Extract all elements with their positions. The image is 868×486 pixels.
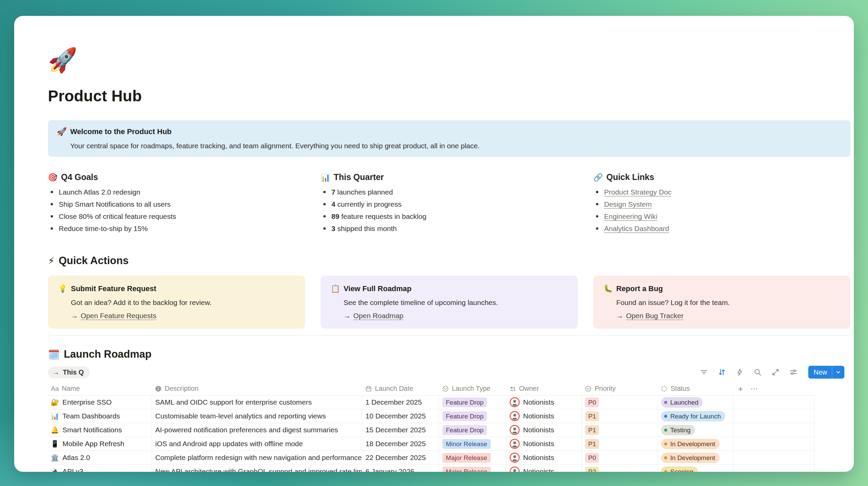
view-settings-icon[interactable] bbox=[789, 368, 798, 377]
row-description-cell[interactable]: SAML and OIDC support for enterprise cus… bbox=[152, 395, 362, 409]
page-icon[interactable]: 🚀 bbox=[48, 47, 850, 73]
row-priority-cell[interactable]: P1 bbox=[582, 423, 658, 437]
row-launch-type-cell[interactable]: Major Release bbox=[439, 451, 506, 464]
search-icon[interactable] bbox=[753, 368, 762, 377]
column-q4-goals: 🎯Q4 Goals Launch Atlas 2.0 redesign Ship… bbox=[48, 172, 305, 237]
row-owner-cell[interactable]: Notionists bbox=[506, 451, 582, 464]
column-header-launch-type[interactable]: Launch Type bbox=[439, 385, 506, 392]
priority-tag: P2 bbox=[585, 467, 599, 472]
row-launch-type-cell[interactable]: Feature Drop bbox=[439, 423, 506, 437]
launch-type-tag: Feature Drop bbox=[442, 398, 487, 407]
row-status-cell[interactable]: Launched bbox=[658, 395, 733, 409]
status-badge: In Development bbox=[661, 453, 720, 463]
table-row[interactable]: 🔔Smart Notifications AI-powered notifica… bbox=[48, 423, 815, 437]
row-description-cell[interactable]: New API architecture with GraphQL suppor… bbox=[152, 465, 362, 472]
status-badge: Ready for Launch bbox=[661, 411, 725, 421]
row-launch-type-cell[interactable]: Major Release bbox=[439, 465, 506, 472]
row-owner-cell[interactable]: Notionists bbox=[506, 465, 582, 472]
lightning-icon: ⚡ bbox=[48, 256, 55, 266]
row-owner-cell[interactable]: Notionists bbox=[506, 395, 582, 409]
row-owner-cell[interactable]: Notionists bbox=[506, 409, 582, 423]
row-name-cell[interactable]: 🔐Enterprise SSO bbox=[48, 395, 152, 409]
column-header-priority[interactable]: Priority bbox=[582, 385, 658, 392]
open-feature-requests-link[interactable]: Open Feature Requests bbox=[81, 312, 156, 319]
row-name-cell[interactable]: 🏛️Atlas 2.0 bbox=[48, 451, 152, 464]
status-badge: Scoping bbox=[661, 466, 698, 472]
link-design-system[interactable]: Design System bbox=[604, 200, 652, 208]
add-property-button[interactable]: + bbox=[738, 385, 743, 392]
card-title: View Full Roadmap bbox=[344, 284, 568, 293]
row-status-cell[interactable]: Ready for Launch bbox=[658, 409, 733, 423]
status-dot-icon bbox=[664, 415, 667, 418]
more-options-button[interactable]: ⋯ bbox=[751, 384, 758, 393]
row-launch-date-cell[interactable]: 15 December 2025 bbox=[362, 423, 439, 437]
row-description-cell[interactable]: AI-powered notification preferences and … bbox=[152, 423, 362, 437]
list-item: Launch Atlas 2.0 redesign bbox=[48, 188, 305, 196]
row-launch-type-cell[interactable]: Minor Release bbox=[439, 437, 506, 451]
row-priority-cell[interactable]: P1 bbox=[582, 409, 658, 423]
chevron-down-icon[interactable] bbox=[832, 366, 844, 379]
row-priority-cell[interactable]: P1 bbox=[582, 437, 658, 451]
row-name: Smart Notifications bbox=[62, 426, 122, 434]
column-header-status[interactable]: Status bbox=[658, 385, 733, 392]
row-priority-cell[interactable]: P0 bbox=[582, 451, 658, 464]
new-button[interactable]: New bbox=[808, 366, 844, 379]
table-row[interactable]: 🔐Enterprise SSO SAML and OIDC support fo… bbox=[48, 395, 815, 409]
expand-icon[interactable] bbox=[771, 368, 780, 377]
owner-avatar bbox=[510, 453, 520, 463]
row-name-cell[interactable]: 📊Team Dashboards bbox=[48, 409, 152, 423]
row-owner-cell[interactable]: Notionists bbox=[506, 437, 582, 451]
open-bug-tracker-link[interactable]: Open Bug Tracker bbox=[626, 312, 683, 319]
row-description-cell[interactable]: Complete platform redesign with new navi… bbox=[152, 451, 362, 464]
open-roadmap-link[interactable]: Open Roadmap bbox=[353, 312, 403, 319]
launch-type-tag: Major Release bbox=[442, 467, 491, 472]
link-product-strategy-doc[interactable]: Product Strategy Doc bbox=[604, 188, 672, 196]
card-body: Found an issue? Log it for the team. bbox=[616, 298, 840, 307]
row-status-cell[interactable]: In Development bbox=[658, 451, 733, 464]
row-priority-cell[interactable]: P0 bbox=[582, 395, 658, 409]
automation-icon[interactable] bbox=[735, 368, 744, 377]
view-tab-this-q[interactable]: → This Q bbox=[48, 366, 90, 378]
row-launch-date-cell[interactable]: 22 December 2025 bbox=[362, 451, 439, 464]
row-launch-type-cell[interactable]: Feature Drop bbox=[439, 395, 506, 409]
column-quick-links: 🔗Quick Links Product Strategy Doc Design… bbox=[593, 172, 850, 237]
people-icon bbox=[509, 385, 516, 392]
row-description-cell[interactable]: iOS and Android app updates with offline… bbox=[152, 437, 362, 451]
row-status-cell[interactable]: Testing bbox=[658, 423, 733, 437]
row-launch-date-cell[interactable]: 10 December 2025 bbox=[362, 409, 439, 423]
row-owner-cell[interactable]: Notionists bbox=[506, 423, 582, 437]
row-launch-type-cell[interactable]: Feature Drop bbox=[439, 409, 506, 423]
column-header-description[interactable]: Description bbox=[152, 385, 362, 392]
q4-goals-heading: 🎯Q4 Goals bbox=[48, 172, 305, 183]
link-analytics-dashboard[interactable]: Analytics Dashboard bbox=[604, 225, 669, 232]
row-launch-date-cell[interactable]: 6 January 2026 bbox=[362, 465, 439, 472]
filter-icon[interactable] bbox=[700, 368, 708, 377]
row-priority-cell[interactable]: P2 bbox=[582, 465, 658, 472]
column-header-owner[interactable]: Owner bbox=[506, 385, 582, 392]
table-row[interactable]: 🔌API v3 New API architecture with GraphQ… bbox=[48, 465, 815, 472]
status-icon bbox=[661, 385, 668, 392]
row-name-cell[interactable]: 📱Mobile App Refresh bbox=[48, 437, 152, 451]
row-status-cell[interactable]: Scoping bbox=[658, 465, 733, 472]
owner-avatar bbox=[510, 439, 520, 449]
row-launch-date-cell[interactable]: 1 December 2025 bbox=[362, 395, 439, 409]
clipboard-icon: 📋 bbox=[331, 284, 344, 293]
row-description-cell[interactable]: Customisable team-level analytics and re… bbox=[152, 409, 362, 423]
sort-icon[interactable] bbox=[717, 368, 726, 377]
section-divider bbox=[48, 335, 850, 336]
row-page-icon: 🔌 bbox=[51, 467, 59, 472]
list-item: Product Strategy Doc bbox=[593, 188, 850, 196]
arrow-icon: → bbox=[344, 312, 351, 319]
row-name-cell[interactable]: 🔌API v3 bbox=[48, 465, 152, 472]
link-engineering-wiki[interactable]: Engineering Wiki bbox=[604, 212, 657, 220]
row-name-cell[interactable]: 🔔Smart Notifications bbox=[48, 423, 152, 437]
row-status-cell[interactable]: In Development bbox=[658, 437, 733, 451]
table-row[interactable]: 📱Mobile App Refresh iOS and Android app … bbox=[48, 437, 815, 451]
table-row[interactable]: 📊Team Dashboards Customisable team-level… bbox=[48, 409, 815, 423]
row-name: API v3 bbox=[62, 467, 83, 472]
table-row[interactable]: 🏛️Atlas 2.0 Complete platform redesign w… bbox=[48, 451, 815, 465]
row-launch-date-cell[interactable]: 18 December 2025 bbox=[362, 437, 439, 451]
column-header-launch-date[interactable]: Launch Date bbox=[362, 385, 439, 392]
column-header-name[interactable]: AaName bbox=[48, 385, 152, 392]
owner-avatar bbox=[510, 411, 520, 421]
